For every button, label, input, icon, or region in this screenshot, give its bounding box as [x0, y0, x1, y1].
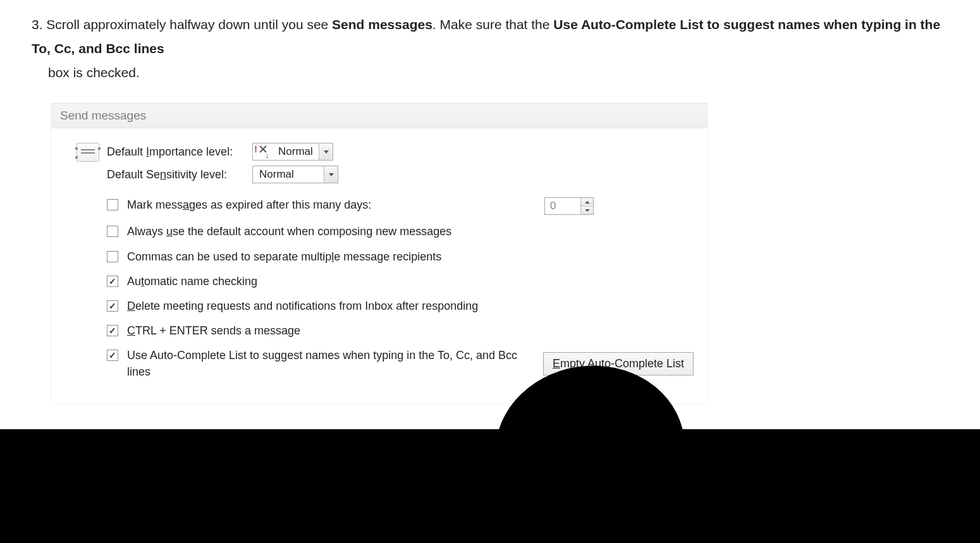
expire-days-input[interactable]	[545, 198, 580, 214]
defaults-section: Default Importance level: !↓ Normal Defa…	[69, 140, 694, 185]
checkbox-default-account[interactable]	[107, 226, 118, 237]
checkbox-mark-expired[interactable]	[107, 199, 118, 210]
check-mark-expired: Mark messages as expired after this many…	[107, 193, 694, 219]
step-text-mid: . Make sure that the	[432, 17, 553, 32]
section-icon-cell	[69, 142, 107, 162]
check-label: Delete meeting requests and notification…	[127, 298, 532, 314]
check-label: Always use the default account when comp…	[127, 224, 532, 240]
panel-header: Send messages	[51, 103, 707, 128]
send-messages-panel: Send messages Default Importance level: …	[51, 103, 708, 403]
check-ctrl-enter-send: CTRL + ENTER sends a message	[107, 319, 694, 343]
sensitivity-select[interactable]: Normal	[252, 166, 338, 183]
step-text-after: suggest names when typing in the To, Cc,…	[48, 61, 948, 85]
checkbox-ctrl-enter-send[interactable]	[107, 325, 118, 336]
check-default-account: Always use the default account when comp…	[107, 219, 694, 244]
step-bold-1: Send messages	[332, 17, 432, 32]
checkbox-auto-name-checking[interactable]	[107, 276, 118, 287]
check-auto-name-checking: Automatic name checking	[107, 269, 694, 294]
sensitivity-label: Default Sensitivity level:	[107, 168, 252, 181]
sensitivity-value: Normal	[253, 168, 324, 181]
importance-label: Default Importance level:	[107, 145, 252, 159]
spinner-down-icon[interactable]	[581, 207, 593, 215]
check-label: Commas can be used to separate multiple …	[127, 249, 532, 265]
checkbox-auto-complete-list[interactable]	[107, 350, 118, 361]
check-label: CTRL + ENTER sends a message	[127, 323, 532, 339]
check-commas-separate: Commas can be used to separate multiple …	[107, 245, 694, 269]
check-delete-meeting-requests: Delete meeting requests and notification…	[107, 294, 694, 319]
checkbox-delete-meeting-requests[interactable]	[107, 300, 118, 312]
checkbox-section: Mark messages as expired after this many…	[107, 185, 694, 384]
instruction-step: 3. Scroll approximately halfway down unt…	[0, 0, 980, 90]
check-label: Use Auto-Complete List to suggest names …	[127, 348, 532, 379]
spinner-up-icon[interactable]	[581, 198, 593, 207]
check-label: Mark messages as expired after this many…	[127, 197, 532, 213]
step-text-before: Scroll approximately halfway down until …	[46, 17, 332, 32]
importance-select[interactable]: !↓ Normal	[252, 143, 333, 161]
check-label: Automatic name checking	[127, 274, 532, 290]
panel-content: Default Importance level: !↓ Normal Defa…	[51, 128, 707, 384]
black-footer-region	[0, 429, 980, 543]
step-number: 3.	[32, 17, 43, 32]
importance-value: Normal	[274, 145, 319, 158]
checkbox-commas-separate[interactable]	[107, 251, 118, 262]
chevron-down-icon[interactable]	[324, 166, 338, 183]
chevron-down-icon[interactable]	[319, 143, 333, 160]
importance-glyph-icon: !↓	[253, 143, 274, 160]
mail-settings-icon	[77, 143, 99, 162]
expire-days-spinner[interactable]	[544, 197, 594, 215]
